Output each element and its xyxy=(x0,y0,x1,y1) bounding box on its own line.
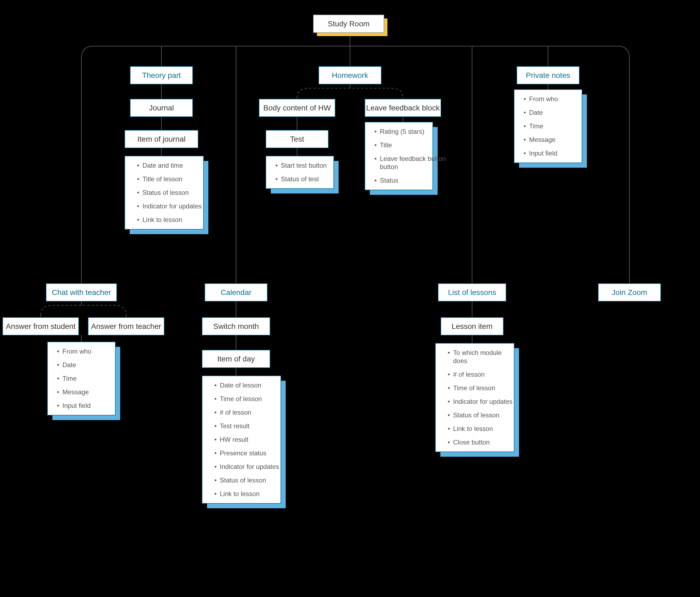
svg-rect-122 xyxy=(435,343,514,452)
svg-text:•: • xyxy=(524,122,526,130)
svg-text:Date of lesson: Date of lesson xyxy=(220,381,261,389)
svg-text:•: • xyxy=(275,162,278,169)
svg-text:•: • xyxy=(448,412,450,419)
svg-text:Time: Time xyxy=(62,375,76,382)
svg-text:Rating (5 stars): Rating (5 stars) xyxy=(380,128,424,135)
list-test: •Start test button •Status of test xyxy=(266,156,339,194)
svg-text:•: • xyxy=(214,381,217,389)
svg-text:•: • xyxy=(524,95,526,103)
svg-text:Homework: Homework xyxy=(332,71,369,79)
svg-text:Theory part: Theory part xyxy=(142,71,181,79)
svg-text:Answer from student: Answer from student xyxy=(6,322,76,330)
svg-text:•: • xyxy=(57,361,59,369)
svg-text:Status of lesson: Status of lesson xyxy=(453,412,500,419)
svg-text:Journal: Journal xyxy=(149,104,174,112)
svg-text:Leave feedback block: Leave feedback block xyxy=(366,104,440,112)
svg-text:Start test button: Start test button xyxy=(281,162,327,169)
svg-text:•: • xyxy=(214,476,217,484)
node-study-room-label: Study Room xyxy=(328,20,370,28)
svg-text:Indicator for updates: Indicator for updates xyxy=(220,463,279,470)
svg-text:HW result: HW result xyxy=(220,436,249,443)
svg-text:•: • xyxy=(214,490,217,497)
svg-text:Leave feedback button: Leave feedback button xyxy=(380,155,446,162)
svg-text:•: • xyxy=(137,175,139,183)
svg-text:•: • xyxy=(137,202,139,210)
svg-text:Time: Time xyxy=(529,122,543,130)
svg-text:Item of day: Item of day xyxy=(217,355,255,363)
svg-text:•: • xyxy=(374,141,377,149)
svg-text:Chat with teacher: Chat with teacher xyxy=(52,288,111,297)
svg-text:Title: Title xyxy=(380,141,392,149)
list-chat: •From who •Date •Time •Message •Input fi… xyxy=(48,342,120,420)
svg-text:•: • xyxy=(214,409,217,416)
svg-text:•: • xyxy=(214,463,217,470)
svg-text:Time of lesson: Time of lesson xyxy=(453,384,495,392)
list-item-of-day: •Date of lesson •Time of lesson •# of le… xyxy=(202,376,286,508)
sitemap-diagram: Study Room Theory part Journal Item of j… xyxy=(0,0,700,597)
list-item-of-journal: •Date and time •Title of lesson •Status … xyxy=(125,156,208,234)
svg-text:# of lesson: # of lesson xyxy=(220,409,251,416)
svg-text:Link to lesson: Link to lesson xyxy=(220,490,260,497)
svg-text:•: • xyxy=(214,395,217,402)
svg-text:•: • xyxy=(448,384,450,392)
svg-text:Date: Date xyxy=(62,361,76,369)
svg-text:Test result: Test result xyxy=(220,422,250,429)
svg-text:Switch month: Switch month xyxy=(213,322,259,330)
svg-text:•: • xyxy=(57,348,59,355)
svg-text:From who: From who xyxy=(529,95,558,103)
svg-text:Body content of HW: Body content of HW xyxy=(263,104,331,112)
svg-text:•: • xyxy=(214,436,217,443)
list-feedback: •Rating (5 stars) •Title •Leave feedback… xyxy=(365,122,446,195)
svg-text:•: • xyxy=(57,402,59,409)
list-lesson-item: •To which module does •# of lesson •Time… xyxy=(435,343,519,457)
svg-text:Calendar: Calendar xyxy=(221,288,251,297)
svg-text:does: does xyxy=(453,357,467,365)
svg-text:•: • xyxy=(374,155,377,162)
svg-text:Private notes: Private notes xyxy=(526,71,570,79)
svg-text:•: • xyxy=(374,177,377,184)
svg-text:Status of lesson: Status of lesson xyxy=(143,189,189,196)
svg-text:•: • xyxy=(524,136,526,143)
list-private-notes: •From who •Date •Time •Message •Input fi… xyxy=(514,90,587,168)
svg-text:•: • xyxy=(214,422,217,429)
svg-text:•: • xyxy=(214,449,217,457)
svg-text:Join Zoom: Join Zoom xyxy=(612,288,647,297)
svg-text:Link to lesson: Link to lesson xyxy=(453,425,493,432)
svg-text:•: • xyxy=(137,189,139,196)
svg-rect-51 xyxy=(266,156,334,189)
svg-text:•: • xyxy=(448,425,450,432)
svg-text:Status of lesson: Status of lesson xyxy=(220,476,266,484)
svg-text:Lesson item: Lesson item xyxy=(452,322,493,330)
svg-text:•: • xyxy=(137,162,139,169)
svg-text:Message: Message xyxy=(62,388,89,396)
svg-text:•: • xyxy=(137,216,139,223)
svg-text:Input field: Input field xyxy=(529,150,557,157)
svg-text:Close button: Close button xyxy=(453,439,490,446)
svg-text:From who: From who xyxy=(62,348,92,355)
svg-text:•: • xyxy=(524,150,526,157)
svg-text:Indicator for updates: Indicator for updates xyxy=(143,202,202,210)
svg-text:Title of lesson: Title of lesson xyxy=(143,175,182,183)
svg-text:Link to lesson: Link to lesson xyxy=(143,216,182,223)
svg-text:Answer from teacher: Answer from teacher xyxy=(91,322,161,330)
svg-text:•: • xyxy=(448,439,450,446)
svg-text:Presence status: Presence status xyxy=(220,449,267,457)
svg-text:Message: Message xyxy=(529,136,555,143)
svg-text:Indicator for updates: Indicator for updates xyxy=(453,398,512,405)
svg-text:•: • xyxy=(524,109,526,116)
svg-text:Date and time: Date and time xyxy=(143,162,183,169)
svg-text:Input field: Input field xyxy=(62,402,91,409)
svg-text:•: • xyxy=(275,175,278,183)
svg-text:Status: Status xyxy=(380,177,398,184)
svg-text:•: • xyxy=(448,398,450,405)
svg-text:•: • xyxy=(448,371,450,378)
svg-text:Date: Date xyxy=(529,109,543,116)
svg-text:•: • xyxy=(57,375,59,382)
svg-text:Test: Test xyxy=(290,135,304,143)
svg-text:Time of lesson: Time of lesson xyxy=(220,395,262,402)
svg-text:button: button xyxy=(380,163,398,170)
svg-text:•: • xyxy=(374,128,377,135)
svg-text:# of lesson: # of lesson xyxy=(453,371,484,378)
svg-text:•: • xyxy=(448,349,450,356)
svg-text:Status of test: Status of test xyxy=(281,175,319,183)
